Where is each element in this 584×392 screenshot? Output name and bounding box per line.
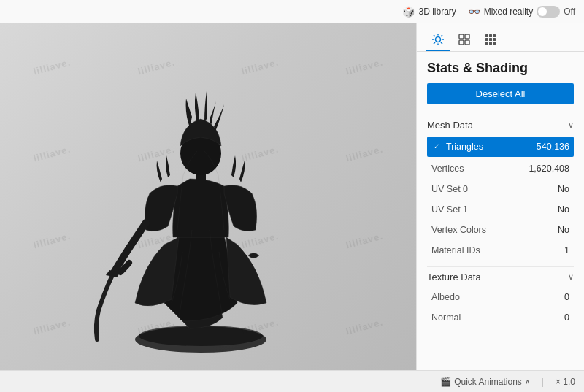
svg-point-4 [436,37,441,42]
texture-data-label: Texture Data [427,272,481,283]
svg-rect-20 [485,38,488,41]
triangles-value: 540,136 [537,142,569,152]
tab-view-3[interactable] [478,29,503,51]
3d-viewport[interactable]: lilliave. lilliave. lilliave. lilliave. … [0,23,416,370]
vertex-colors-value: No [558,225,569,235]
animations-icon: 🎬 [440,377,451,387]
vertices-label: Vertices [431,164,464,174]
material-ids-label: Material IDs [431,245,480,255]
uv-set-1-value: No [558,204,569,215]
mesh-data-section: Mesh Data ∨ ✓ Triangles 540,136 Vertices [427,115,574,261]
svg-rect-19 [493,34,496,37]
svg-rect-13 [459,34,464,39]
grid-icon [458,33,471,46]
material-ids-value: 1 [564,245,569,255]
svg-rect-17 [485,34,488,37]
vertices-value: 1,620,408 [529,164,569,174]
mixed-reality-button[interactable]: 👓 Mixed reality Off [468,6,575,18]
svg-line-11 [441,35,442,36]
deselect-all-button[interactable]: Deselect All [427,83,574,104]
uv-set-0-label: UV Set 0 [431,184,468,194]
svg-rect-23 [485,42,488,45]
svg-line-12 [434,42,435,44]
texture-chevron-icon: ∨ [568,272,574,282]
animations-chevron-icon: ∧ [525,377,530,385]
topbar: 🎲 3D library 👓 Mixed reality Off [0,0,584,23]
scale-label: × 1.0 [556,377,575,387]
material-ids-row: Material IDs 1 [427,240,574,261]
animations-label: Quick Animations [454,377,522,387]
check-mark: ✓ [434,143,439,150]
vertices-row: Vertices 1,620,408 [427,158,574,179]
tab-stats-shading[interactable] [426,29,450,51]
mesh-data-header[interactable]: Mesh Data ∨ [427,115,574,135]
library-icon: 🎲 [402,6,415,18]
normal-value: 0 [564,312,569,323]
texture-data-header[interactable]: Texture Data ∨ [427,266,574,287]
library-label: 3D library [418,7,456,17]
svg-rect-16 [465,40,469,45]
mixed-reality-icon: 👓 [468,6,480,18]
svg-rect-21 [489,38,492,41]
svg-rect-18 [489,34,492,37]
normal-row: Normal 0 [427,307,574,328]
tab-row [417,23,584,52]
mesh-data-label: Mesh Data [427,120,473,131]
vertex-colors-label: Vertex Colors [431,225,486,235]
character-model [91,40,325,354]
albedo-row: Albedo 0 [427,287,574,307]
triangles-row[interactable]: ✓ Triangles 540,136 [427,137,574,157]
svg-rect-24 [489,42,492,45]
svg-point-1 [139,326,263,346]
character-svg [91,40,310,354]
library-button[interactable]: 🎲 3D library [402,6,456,18]
mesh-chevron-icon: ∨ [568,120,574,130]
uv-set-1-row: UV Set 1 No [427,199,574,220]
sun-icon [431,33,445,46]
texture-data-section: Texture Data ∨ Albedo 0 Normal 0 [427,266,574,328]
mixed-reality-label: Mixed reality [484,7,533,17]
tiles-icon [484,33,497,46]
quick-animations-button[interactable]: 🎬 Quick Animations ∧ [440,377,530,387]
svg-rect-14 [465,34,469,39]
svg-rect-25 [493,42,496,45]
mixed-reality-toggle[interactable] [537,6,560,18]
triangles-checkbox[interactable]: ✓ [431,142,442,152]
off-label: Off [564,7,575,17]
right-panel: Stats & Shading Deselect All Mesh Data ∨… [416,23,584,370]
albedo-value: 0 [564,292,569,302]
bottombar: 🎬 Quick Animations ∧ | × 1.0 [0,370,584,392]
svg-line-9 [434,35,435,36]
panel-title: Stats & Shading [427,61,574,76]
svg-rect-22 [493,38,496,41]
tab-view-2[interactable] [452,29,477,51]
panel-content: Stats & Shading Deselect All Mesh Data ∨… [417,52,584,370]
vertex-colors-row: Vertex Colors No [427,220,574,240]
uv-set-1-label: UV Set 1 [431,204,468,215]
albedo-label: Albedo [431,292,460,302]
uv-set-0-row: UV Set 0 No [427,179,574,199]
bottombar-separator: | [542,377,544,387]
main-area: lilliave. lilliave. lilliave. lilliave. … [0,23,584,370]
triangles-label: Triangles [446,142,483,152]
svg-line-10 [441,42,442,44]
svg-rect-15 [459,40,464,45]
uv-set-0-value: No [558,184,569,194]
normal-label: Normal [431,312,461,323]
